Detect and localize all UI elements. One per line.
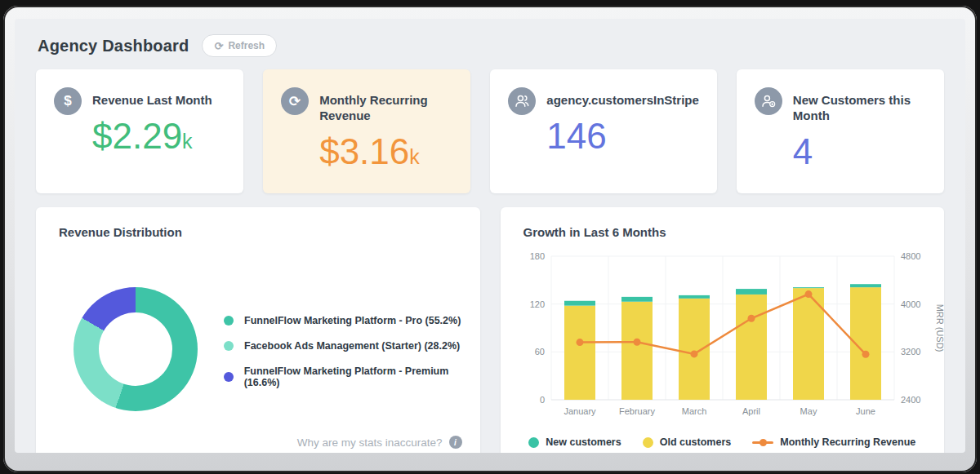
stat-card-2: agency.customersInStripe146 xyxy=(490,69,716,193)
legend-dot-icon xyxy=(224,341,234,351)
bar-old-customers xyxy=(679,299,710,400)
stat-value: 146 xyxy=(546,118,698,154)
growth-legend-item: Monthly Recurring Revenue xyxy=(752,436,915,448)
right-axis-tick: 4800 xyxy=(901,251,920,261)
legend-dot-icon xyxy=(528,437,539,448)
revenue-distribution-panel: Revenue Distribution FunnelFlow Marketin… xyxy=(36,207,480,453)
refresh-icon: ⟳ xyxy=(281,87,309,115)
bar-new-customers xyxy=(679,295,710,299)
bar-new-customers xyxy=(736,289,767,295)
stat-label: Monthly Recurring Revenue xyxy=(319,87,452,124)
revenue-distribution-title: Revenue Distribution xyxy=(59,225,182,239)
growth-legend: New customersOld customersMonthly Recurr… xyxy=(501,436,945,448)
stat-card-row: $Revenue Last Month$2.29k⟳Monthly Recurr… xyxy=(28,69,952,193)
legend-dot-icon xyxy=(224,372,234,382)
device-bezel: Agency Dashboard ⟳ Refresh $Revenue Last… xyxy=(3,6,977,472)
donut-legend: FunnelFlow Marketing Platform - Pro (55.… xyxy=(224,315,480,388)
bar-old-customers xyxy=(564,306,595,400)
growth-legend-item: New customers xyxy=(528,436,621,448)
dollar-icon: $ xyxy=(54,87,82,115)
refresh-button-label: Refresh xyxy=(228,40,265,51)
growth-legend-item: Old customers xyxy=(643,436,732,448)
stats-inaccurate-label: Why are my stats inaccurate? xyxy=(297,436,443,449)
bar-old-customers xyxy=(736,295,767,400)
chart-row: Revenue Distribution FunnelFlow Marketin… xyxy=(28,207,952,453)
growth-legend-label: New customers xyxy=(546,436,621,448)
x-axis-label: June xyxy=(856,406,875,416)
donut-legend-label: Facebook Ads Management (Starter) (28.2%… xyxy=(244,340,460,352)
x-axis-label: January xyxy=(564,406,596,416)
growth-legend-label: Old customers xyxy=(660,436,732,448)
legend-dot-icon xyxy=(224,316,234,326)
left-axis-tick: 180 xyxy=(529,251,544,261)
bar-new-customers xyxy=(564,301,595,306)
left-axis-tick: 120 xyxy=(529,299,544,309)
stat-card-1: ⟳Monthly Recurring Revenue$3.16k xyxy=(263,69,470,193)
right-axis-title: MRR (USD) xyxy=(935,304,945,352)
stat-label: agency.customersInStripe xyxy=(546,87,698,109)
growth-chart: 0601201802400320040004800JanuaryFebruary… xyxy=(514,243,945,424)
donut-legend-item: FunnelFlow Marketing Platform - Premium … xyxy=(224,365,480,388)
growth-legend-label: Monthly Recurring Revenue xyxy=(780,436,915,448)
mrr-point xyxy=(747,315,755,322)
x-axis-label: March xyxy=(681,406,706,416)
stat-value-suffix: k xyxy=(409,145,420,168)
stat-value: $3.16k xyxy=(319,134,452,170)
bar-new-customers xyxy=(850,284,881,287)
users-icon xyxy=(508,87,536,115)
mrr-point xyxy=(576,339,583,346)
donut-legend-label: FunnelFlow Marketing Platform - Premium … xyxy=(244,365,480,388)
bar-old-customers xyxy=(621,302,653,400)
donut-legend-label: FunnelFlow Marketing Platform - Pro (55.… xyxy=(244,315,461,326)
mrr-point xyxy=(862,351,869,358)
page-title: Agency Dashboard xyxy=(38,37,189,55)
stat-card-3: New Customers this Month4 xyxy=(737,69,944,193)
stat-label: New Customers this Month xyxy=(793,87,926,124)
bar-new-customers xyxy=(793,287,824,288)
page-header: Agency Dashboard ⟳ Refresh xyxy=(28,30,952,61)
x-axis-label: April xyxy=(742,406,760,416)
donut-hole xyxy=(99,312,172,386)
right-axis-tick: 3200 xyxy=(901,347,920,357)
stat-value-suffix: k xyxy=(182,130,193,153)
left-axis-tick: 60 xyxy=(534,347,544,357)
mrr-point xyxy=(804,290,812,298)
bar-new-customers xyxy=(621,297,653,302)
refresh-button[interactable]: ⟳ Refresh xyxy=(202,34,277,57)
stat-card-0: $Revenue Last Month$2.29k xyxy=(36,69,243,193)
left-axis-tick: 0 xyxy=(539,395,544,405)
growth-panel: Growth in Last 6 Months 0601201802400320… xyxy=(501,207,945,453)
right-axis-tick: 4000 xyxy=(901,299,920,309)
dashboard-screen: Agency Dashboard ⟳ Refresh $Revenue Last… xyxy=(15,19,965,453)
donut-legend-item: FunnelFlow Marketing Platform - Pro (55.… xyxy=(224,315,480,326)
stat-label: Revenue Last Month xyxy=(92,87,212,109)
stat-value: 4 xyxy=(793,134,926,170)
right-axis-tick: 2400 xyxy=(901,395,920,405)
refresh-icon: ⟳ xyxy=(214,41,223,51)
mrr-point xyxy=(690,350,697,357)
x-axis-label: May xyxy=(800,406,817,416)
stats-inaccurate-link[interactable]: Why are my stats inaccurate? i xyxy=(297,436,462,449)
x-axis-label: February xyxy=(618,406,655,416)
mrr-point xyxy=(633,339,640,346)
info-icon[interactable]: i xyxy=(449,436,462,449)
legend-dot-icon xyxy=(643,437,653,448)
donut-legend-item: Facebook Ads Management (Starter) (28.2%… xyxy=(224,340,480,352)
growth-title: Growth in Last 6 Months xyxy=(523,225,666,239)
stat-value: $2.29k xyxy=(92,118,212,154)
revenue-donut-chart xyxy=(74,287,198,411)
user-plus-icon xyxy=(755,87,782,115)
legend-line-icon xyxy=(752,441,773,444)
